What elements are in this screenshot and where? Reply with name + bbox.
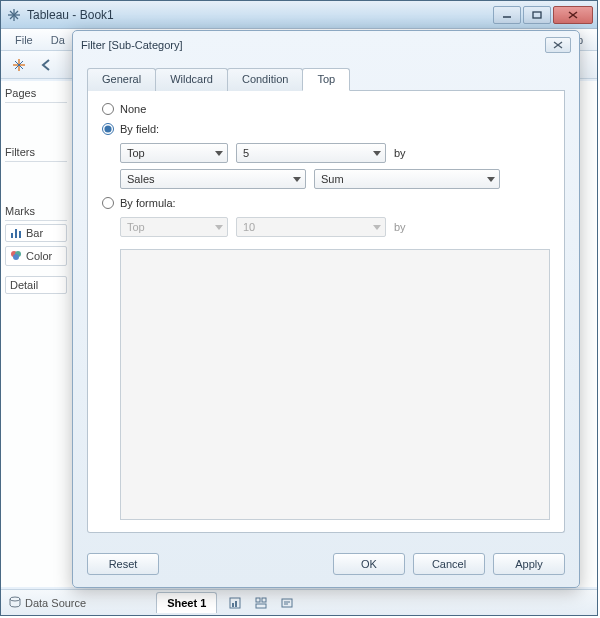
menu-da[interactable]: Da [45,32,71,48]
marks-label: Marks [5,205,67,221]
maximize-button[interactable] [523,6,551,24]
reset-button[interactable]: Reset [87,553,159,575]
app-icon [7,8,21,22]
side-panel: Pages Filters Marks Bar [1,81,71,587]
svg-rect-23 [262,598,266,602]
tab-top[interactable]: Top [302,68,350,91]
filters-shelf-label: Filters [5,146,67,162]
dialog-tabs: General Wildcard Condition Top [87,67,565,91]
apply-button[interactable]: Apply [493,553,565,575]
svg-rect-14 [19,231,21,238]
svg-rect-22 [256,598,260,602]
tab-top-pane: None By field: Top 5 by [87,91,565,533]
svg-rect-13 [15,229,17,238]
dialog-title-text: Filter [Sub-Category] [81,39,545,51]
svg-rect-25 [282,599,292,607]
dialog-button-row: Reset OK Cancel Apply [73,543,579,587]
bar-chart-icon [10,227,22,239]
byformula-count-value: 10 [243,221,255,233]
tab-condition[interactable]: Condition [227,68,303,91]
svg-point-18 [10,597,20,601]
minimize-button[interactable] [493,6,521,24]
by-label-2: by [394,221,406,233]
chevron-down-icon [373,225,381,230]
byfield-agg-combo[interactable]: Sum [314,169,500,189]
dialog-close-button[interactable] [545,37,571,53]
byfield-field-combo[interactable]: Sales [120,169,306,189]
tab-wildcard[interactable]: Wildcard [155,68,228,91]
svg-rect-5 [533,12,541,18]
radio-byformula-input[interactable] [102,197,114,209]
chevron-down-icon [487,177,495,182]
radio-none-input[interactable] [102,103,114,115]
formula-textarea [120,249,550,520]
svg-point-17 [13,254,19,260]
menu-file[interactable]: File [9,32,39,48]
byfield-direction-value: Top [127,147,145,159]
data-source-label: Data Source [25,597,86,609]
radio-none-label: None [120,103,146,115]
radio-byformula-label: By formula: [120,197,176,209]
byfield-agg-value: Sum [321,173,344,185]
filters-shelf[interactable] [5,165,67,193]
byfield-direction-combo[interactable]: Top [120,143,228,163]
color-label: Color [26,250,52,262]
close-button[interactable] [553,6,593,24]
mark-type-selector[interactable]: Bar [5,224,67,242]
chevron-down-icon [215,151,223,156]
radio-byfield-label: By field: [120,123,159,135]
byformula-direction-value: Top [127,221,145,233]
new-story-icon[interactable] [279,595,295,611]
chevron-down-icon [373,151,381,156]
mark-type-text: Bar [26,227,43,239]
main-titlebar[interactable]: Tableau - Book1 [1,1,597,29]
new-worksheet-icon[interactable] [227,595,243,611]
sheet-tab[interactable]: Sheet 1 [156,592,217,613]
bottom-tabs: Data Source Sheet 1 [1,589,597,615]
detail-label: Detail [10,279,38,291]
byformula-direction-combo: Top [120,217,228,237]
window-title: Tableau - Book1 [27,8,493,22]
pages-shelf[interactable] [5,106,67,134]
byfield-count-input[interactable]: 5 [236,143,386,163]
radio-byfield-input[interactable] [102,123,114,135]
by-label-1: by [394,147,406,159]
byfield-count-value: 5 [243,147,249,159]
data-source-tab[interactable]: Data Source [9,596,86,610]
color-icon [10,249,22,263]
byfield-field-value: Sales [127,173,155,185]
ok-button[interactable]: OK [333,553,405,575]
tableau-logo-icon[interactable] [7,54,31,76]
svg-rect-21 [235,601,237,607]
cancel-button[interactable]: Cancel [413,553,485,575]
tab-general[interactable]: General [87,68,156,91]
pages-shelf-label: Pages [5,87,67,103]
filter-dialog: Filter [Sub-Category] General Wildcard C… [72,30,580,588]
radio-byformula[interactable]: By formula: [102,197,550,209]
chevron-down-icon [215,225,223,230]
radio-none[interactable]: None [102,103,550,115]
chevron-down-icon [293,177,301,182]
svg-rect-20 [232,603,234,607]
detail-card[interactable]: Detail [5,276,67,294]
dialog-titlebar[interactable]: Filter [Sub-Category] [73,31,579,59]
svg-rect-24 [256,604,266,608]
data-source-icon [9,596,21,610]
back-icon[interactable] [35,54,59,76]
radio-byfield[interactable]: By field: [102,123,550,135]
svg-rect-12 [11,233,13,238]
color-card[interactable]: Color [5,246,67,266]
byformula-count-input: 10 [236,217,386,237]
new-dashboard-icon[interactable] [253,595,269,611]
